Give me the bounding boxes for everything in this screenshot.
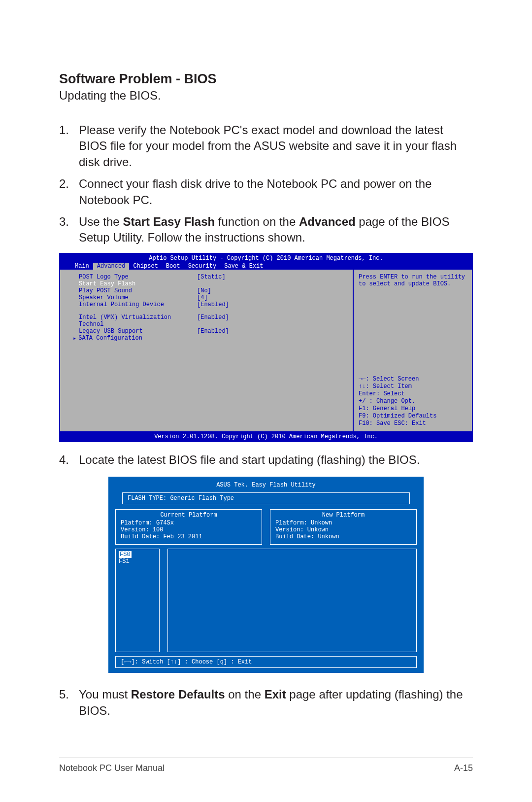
bios-item-value: [4] bbox=[197, 294, 208, 301]
step-text: Please verify the Notebook PC's exact mo… bbox=[79, 122, 473, 170]
flash-key-hints: [←→]: Switch [↑↓] : Choose [q] : Exit bbox=[115, 656, 417, 668]
section-heading: Software Problem - BIOS bbox=[59, 71, 473, 87]
step-text: Connect your flash disk drive to the Not… bbox=[79, 176, 473, 208]
bios-header: Aptio Setup Utility - Copyright (C) 2010… bbox=[60, 254, 472, 263]
platform-line: Platform: G74Sx bbox=[121, 520, 257, 526]
t-bold: Advanced bbox=[299, 215, 356, 228]
key-hint: F9: Optimized Defaults bbox=[359, 413, 467, 420]
step-text: Locate the latest BIOS file and start up… bbox=[79, 452, 473, 468]
t-bold: Exit bbox=[265, 688, 286, 701]
bios-screenshot: Aptio Setup Utility - Copyright (C) 2010… bbox=[59, 253, 473, 442]
section-subtitle: Updating the BIOS. bbox=[59, 89, 473, 103]
bios-tab-main: Main bbox=[71, 263, 93, 270]
file-detail-box bbox=[167, 549, 417, 652]
flash-title: ASUS Tek. Easy Flash Utility bbox=[115, 482, 417, 488]
bios-help-panel: Press ENTER to run the utility to select… bbox=[354, 270, 472, 431]
bios-item-value: [Enabled] bbox=[197, 314, 229, 328]
step-number: 3. bbox=[59, 214, 79, 246]
step-number: 5. bbox=[59, 687, 79, 719]
new-platform-box: New Platform Platform: Unkown Version: U… bbox=[270, 509, 417, 545]
bios-tab-saveexit: Save & Exit bbox=[220, 263, 267, 270]
footer-left: Notebook PC User Manual bbox=[59, 763, 165, 773]
key-hint: +/—: Change Opt. bbox=[359, 398, 467, 405]
bios-help-text: Press ENTER to run the utility to select… bbox=[359, 274, 467, 288]
key-hint: →←: Select Screen bbox=[359, 376, 467, 383]
box-title: New Platform bbox=[275, 512, 411, 519]
bios-tab-advanced: Advanced bbox=[93, 263, 130, 270]
t: Use the bbox=[79, 215, 123, 228]
bios-settings-panel: POST Logo Type[Static] Start Easy Flash … bbox=[60, 270, 354, 431]
steps-list: 4. Locate the latest BIOS file and start… bbox=[59, 452, 473, 468]
filesystem-list: FS0 FS1 bbox=[115, 549, 160, 652]
bios-tab-chipset: Chipset bbox=[129, 263, 162, 270]
bios-tab-security: Security bbox=[184, 263, 221, 270]
bios-item-value: [No] bbox=[197, 287, 211, 294]
bios-item-label: Start Easy Flash bbox=[79, 280, 197, 287]
flash-type-box: FLASH TYPE: Generic Flash Type bbox=[122, 492, 410, 504]
steps-list: 1. Please verify the Notebook PC's exact… bbox=[59, 122, 473, 246]
step-number: 1. bbox=[59, 122, 79, 170]
bios-item-label: SATA Configuration bbox=[78, 335, 197, 342]
bios-footer: Version 2.01.1208. Copyright (C) 2010 Am… bbox=[60, 432, 472, 441]
bios-key-hints: →←: Select Screen ↑↓: Select Item Enter:… bbox=[359, 376, 467, 427]
platform-line: Build Date: Unkown bbox=[275, 533, 411, 540]
bios-item-label: Legacy USB Support bbox=[79, 328, 197, 335]
box-title: Current Platform bbox=[121, 512, 257, 519]
step-text: You must Restore Defaults on the Exit pa… bbox=[79, 687, 473, 719]
key-hint: Enter: Select bbox=[359, 390, 467, 398]
t: on the bbox=[225, 688, 265, 701]
platform-line: Platform: Unkown bbox=[275, 520, 411, 526]
step-number: 2. bbox=[59, 176, 79, 208]
step-number: 4. bbox=[59, 452, 79, 468]
platform-line: Version: 100 bbox=[121, 526, 257, 533]
flash-utility-screenshot: ASUS Tek. Easy Flash Utility FLASH TYPE:… bbox=[108, 477, 424, 673]
key-hint: ↑↓: Select Item bbox=[359, 383, 467, 390]
t: function on the bbox=[215, 215, 299, 228]
fs-item-selected: FS0 bbox=[119, 551, 132, 558]
key-hint: F10: Save ESC: Exit bbox=[359, 420, 467, 427]
key-hint: F1: General Help bbox=[359, 405, 467, 413]
t: You must bbox=[79, 688, 131, 701]
steps-list: 5. You must Restore Defaults on the Exit… bbox=[59, 687, 473, 719]
bios-tabs: Main Advanced Chipset Boot Security Save… bbox=[60, 263, 472, 270]
step-text: Use the Start Easy Flash function on the… bbox=[79, 214, 473, 246]
bios-item-label: Internal Pointing Device bbox=[79, 301, 197, 308]
bios-item-label: POST Logo Type bbox=[79, 274, 197, 280]
bios-tab-boot: Boot bbox=[162, 263, 184, 270]
page-footer: Notebook PC User Manual A-15 bbox=[59, 758, 473, 773]
platform-line: Version: Unkown bbox=[275, 526, 411, 533]
bios-item-value: [Enabled] bbox=[197, 301, 229, 308]
current-platform-box: Current Platform Platform: G74Sx Version… bbox=[115, 509, 262, 545]
footer-right: A-15 bbox=[454, 763, 473, 773]
t-bold: Restore Defaults bbox=[131, 688, 225, 701]
bios-item-label: Play POST Sound bbox=[79, 287, 197, 294]
fs-item: FS1 bbox=[119, 558, 156, 565]
bios-item-label: Speaker Volume bbox=[79, 294, 197, 301]
bios-item-value: [Enabled] bbox=[197, 328, 229, 335]
bios-item-label: Intel (VMX) Virtualization Technol bbox=[79, 314, 197, 328]
platform-line: Build Date: Feb 23 2011 bbox=[121, 533, 257, 540]
t-bold: Start Easy Flash bbox=[123, 215, 215, 228]
bios-item-value: [Static] bbox=[197, 274, 226, 280]
